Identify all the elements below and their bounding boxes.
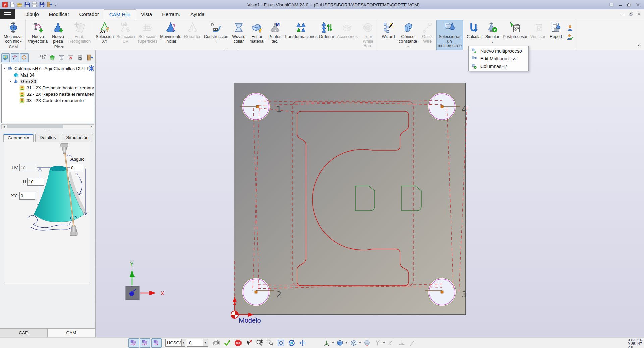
recycle-button[interactable] (76, 53, 85, 62)
doc-close-button[interactable] (637, 12, 641, 17)
ribbon-button-seleccionar-un-multiproceso[interactable]: Seleccionar un multiproceso ▾ (436, 20, 463, 54)
dropdown-arrow-icon[interactable]: ▾ (383, 341, 385, 344)
h-field[interactable] (27, 178, 44, 186)
ribbon-button-wizard-collar[interactable]: Wizard collar (230, 20, 248, 49)
cam-tree-view-button[interactable] (1, 53, 10, 62)
angle-field[interactable] (70, 164, 83, 171)
app-menu-button[interactable] (0, 9, 15, 19)
tree-item-31-2x-desbaste-has[interactable]: 31 - 2X Desbaste hasta el remanente (2, 85, 94, 91)
ribbon-button-puntos-tec[interactable]: MPuntos tec. (266, 20, 284, 49)
customize-toolbar[interactable] (54, 3, 58, 7)
uv-field[interactable] (19, 164, 35, 171)
deselect-button[interactable] (245, 339, 253, 347)
ucs-select[interactable]: UCSCAM ▼ (165, 339, 185, 347)
zoom-in-out-button[interactable] (255, 339, 264, 347)
ribbon-button-simular[interactable]: Simular ▾ (483, 20, 501, 45)
ribbon-button-calcular[interactable]: Calcular (465, 20, 483, 45)
tree-item-32-2x-repaso-hasta[interactable]: 32 - 2X Repaso hasta el remanente (2, 91, 94, 97)
ribbon-button-quick-wire[interactable]: Quick Wire (418, 20, 436, 54)
panel-splitter[interactable]: ··· (0, 130, 95, 134)
ribbon-button-report[interactable]: Report (547, 20, 565, 45)
layers-button[interactable] (48, 53, 57, 62)
orbit-button[interactable] (287, 339, 296, 347)
ribbon-button-editar-material[interactable]: Editar material (248, 20, 266, 49)
ribbon-button-feat-recognition[interactable]: Feat. Recognition (67, 20, 92, 44)
cancel-esc-button[interactable]: ESC (234, 339, 243, 347)
dropdown-arrow-icon[interactable]: ▾ (346, 341, 347, 344)
ribbon-button-seleccion-xy[interactable]: XYSelección XY (94, 20, 115, 49)
delete-button[interactable] (67, 53, 75, 62)
part-surface[interactable] (234, 83, 466, 315)
filter-button[interactable] (58, 53, 66, 62)
menu-tab-modificar[interactable]: Modificar (44, 9, 74, 19)
ribbon-button-nueva-trayectoria[interactable]: Nueva trayectoria (27, 20, 49, 44)
doc-minimize-button[interactable] (621, 12, 626, 17)
tab-cam[interactable]: CAM (48, 329, 95, 337)
tree-item-33-2x-corte-del-re[interactable]: 33 - 2X Corte del remanente (2, 97, 94, 104)
ribbon-button-turn-while-burn[interactable]: Turn While Burn (359, 20, 377, 49)
ucs-dropdown-icon[interactable]: ▼ (181, 339, 185, 346)
ribbon-button-construccion[interactable]: Construcción ▾ (203, 20, 230, 49)
expander-icon[interactable] (9, 80, 12, 83)
wire-path-toggle-2[interactable] (140, 338, 150, 348)
dock-panel-icon[interactable] (609, 2, 614, 7)
restore-button[interactable] (627, 2, 632, 7)
menu-item-nuevo-multiproceso[interactable]: Nuevo multiproceso (469, 47, 528, 55)
new-file[interactable] (9, 2, 15, 8)
print[interactable] (32, 2, 38, 8)
tab-detalles[interactable]: Detalles (35, 134, 60, 142)
geometry-view-button[interactable] (20, 53, 29, 62)
ribbon-button-movimiento-inicial[interactable]: Movimiento inicial (159, 20, 183, 49)
scroll-right-icon[interactable]: ► (89, 125, 94, 129)
ribbon-button-transformaciones[interactable]: Transformaciones (284, 20, 318, 49)
tree-item-geo-30[interactable]: Geo 30 (2, 78, 94, 85)
zoom-fit-button[interactable] (277, 339, 285, 347)
viewport[interactable]: 1 4 2 3 Modelo Y X (96, 50, 644, 337)
wireframe-view-button[interactable] (349, 339, 358, 347)
ribbon-button-postprocesar[interactable]: G01X2Postprocesar (501, 20, 529, 45)
open-file[interactable] (17, 2, 23, 8)
menu-tab-dibujo[interactable]: Dibujo (19, 9, 44, 19)
scroll-left-icon[interactable]: ◄ (2, 125, 6, 129)
snap-angle-button[interactable] (387, 339, 395, 347)
tab-cad[interactable]: CAD (0, 329, 48, 337)
tree-item-columnash7-agiecha[interactable]: ColumnasH7 - AgieCharmilles CUT P 550 Pr (2, 65, 94, 72)
doc-restore-button[interactable] (629, 12, 634, 17)
dropdown-arrow-icon[interactable]: ▾ (332, 341, 334, 344)
add-link-button[interactable] (39, 53, 47, 62)
user-button[interactable] (567, 24, 573, 31)
wire-display-button[interactable] (373, 339, 382, 347)
ribbon-button-accesorios[interactable]: Accesorios (336, 20, 359, 49)
menu-tab-cam-hilo[interactable]: CAM Hilo (104, 9, 136, 19)
dropdown-arrow-icon[interactable]: ▾ (359, 341, 361, 344)
save-file[interactable] (24, 2, 30, 8)
menu-tab-ayuda[interactable]: Ayuda (185, 9, 209, 19)
ribbon-button-seleccion-superficies[interactable]: Selección superficies (136, 20, 159, 49)
sphere-view-button[interactable] (363, 339, 371, 347)
shaded-view-button[interactable] (336, 339, 344, 347)
ribbon-button-nueva-pieza[interactable]: Nueva pieza (49, 20, 67, 44)
piece-view-button[interactable] (11, 53, 19, 62)
view-axis-button[interactable] (322, 339, 331, 347)
keyboard-input-button[interactable] (212, 339, 221, 347)
exit[interactable] (46, 2, 52, 8)
menu-item-columnash7[interactable]: ColumnasH7 (469, 62, 528, 70)
ribbon-button-conico-constante[interactable]: Cónico constante ▾ (397, 20, 418, 54)
user-check-button[interactable] (567, 34, 573, 40)
close-panel-button[interactable] (86, 53, 94, 62)
model-view[interactable]: 1 4 2 3 Modelo Y X (96, 50, 644, 337)
menu-tab-herram[interactable]: Herram. (157, 9, 185, 19)
tab-simulacion[interactable]: Simulación (62, 134, 93, 142)
minimize-button[interactable] (618, 2, 623, 7)
scrollbar-thumb[interactable] (7, 125, 63, 128)
ribbon-button-repartos[interactable]: Repartos (183, 20, 203, 49)
xy-field[interactable] (19, 192, 35, 200)
level-dropdown-icon[interactable]: ▼ (203, 339, 208, 346)
ribbon-button-wizard[interactable]: Wizard (379, 20, 397, 54)
wire-path-toggle-3[interactable] (151, 338, 162, 348)
ribbon-button-mecanizar-con-hilo[interactable]: Mecanizar con hilo ▾ (2, 20, 24, 44)
zoom-window-button[interactable] (266, 339, 275, 347)
menu-tab-cortador[interactable]: Cortador (74, 9, 104, 19)
level-select[interactable]: 0 ▼ (187, 339, 208, 347)
menu-tab-vista[interactable]: Vista (136, 9, 157, 19)
